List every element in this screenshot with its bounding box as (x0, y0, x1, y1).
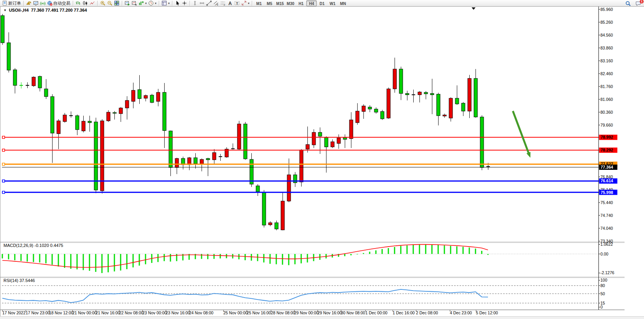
bar-chart-type-button[interactable] (75, 0, 82, 6)
vline-icon (192, 0, 198, 6)
candle (256, 184, 260, 196)
equidistant-channel-tool-button[interactable]: E (212, 0, 219, 6)
price-tick-label: 85.960 (600, 7, 613, 12)
chevron-down-icon[interactable]: ▼ (4, 9, 7, 12)
candle (57, 119, 60, 149)
candlestick-type-button[interactable] (82, 0, 89, 6)
bars-icon (75, 0, 81, 6)
toolbar-separator (23, 1, 24, 6)
chart-shift-button[interactable] (131, 0, 138, 6)
labelT-icon: T (234, 0, 240, 6)
chat-button[interactable]: 1 (635, 0, 642, 7)
market-watch-button[interactable] (25, 0, 32, 6)
panel-separators[interactable] (0, 242, 625, 310)
rsi-axis-label: 100 (600, 278, 607, 282)
dropdown-caret-icon: ▾ (155, 2, 156, 5)
text-tool-button[interactable]: A (226, 0, 233, 6)
macd-axis-label: -2.1276 (600, 270, 614, 275)
candle (349, 112, 353, 148)
price-badge: 76.614 (599, 178, 618, 184)
tile-windows-button[interactable] (113, 0, 120, 6)
macd-axis-label: 1.0622 (600, 242, 613, 247)
chart-shift-marker[interactable] (472, 7, 476, 10)
timeframe-button-m15[interactable]: M15 (275, 0, 285, 6)
symbol-period-label: USOil-,H4 (9, 8, 29, 12)
toolbar-separator (159, 1, 159, 6)
candle (212, 149, 216, 165)
time-tick-label: 21 Nov 00:00 (72, 310, 97, 315)
crosshair-tool-button[interactable] (181, 0, 188, 6)
timeframe-button-h1[interactable]: H1 (296, 0, 306, 6)
candle (449, 97, 453, 122)
timeframe-button-m5[interactable]: M5 (264, 0, 275, 6)
candle (231, 143, 235, 150)
signals-button[interactable] (39, 0, 46, 6)
candle (94, 118, 98, 193)
timeframe-button-m1[interactable]: M1 (254, 0, 264, 6)
line-handle[interactable] (2, 163, 5, 166)
rsi-line (2, 289, 488, 303)
new-order-button[interactable]: 新订单 (1, 0, 22, 6)
hline-icon (199, 0, 205, 6)
chart-window: ▼ USOil-,H4 77.360 77.491 77.200 77.364 … (0, 7, 644, 316)
price-tick-label: 79.660 (600, 123, 613, 127)
svg-text:T: T (236, 2, 239, 5)
timeframe-button-h4[interactable]: H4 (306, 0, 317, 6)
time-tick-label: 1 Dec 00:00 (365, 310, 388, 315)
line-handle[interactable] (2, 149, 5, 152)
templates-button[interactable]: ▾ (161, 0, 170, 6)
candle (1, 14, 4, 45)
add-indicator-button[interactable]: ▾ (138, 0, 147, 6)
price-tick-label: 81.760 (600, 84, 613, 89)
horizontal-line-78992[interactable] (2, 136, 598, 139)
candle (69, 111, 73, 118)
price-tick-label: 81.060 (600, 97, 613, 102)
ohlc-values: 77.360 77.491 77.200 77.364 (31, 8, 87, 12)
line-handle[interactable] (2, 180, 5, 182)
timeframe-button-w1[interactable]: W1 (327, 0, 338, 6)
price-tick-label: 75.440 (600, 200, 613, 205)
horizontal-line-tool-button[interactable] (198, 0, 205, 6)
vertical-line-tool-button[interactable] (191, 0, 198, 6)
time-axis[interactable]: 17 Nov 202217 Nov 23:0018 Nov 12:0021 No… (2, 310, 498, 315)
annotation-arrow[interactable] (513, 111, 530, 158)
chart-autoscroll-button[interactable] (124, 0, 131, 6)
candle (312, 129, 316, 148)
candle (399, 67, 403, 100)
dropdown-caret-icon: ▾ (168, 2, 170, 5)
candle (237, 121, 241, 150)
timeframe-button-mn[interactable]: MN (338, 0, 348, 6)
arrows-tool-button[interactable]: ▾ (240, 0, 250, 6)
clock-icon (148, 0, 154, 6)
line-chart-type-button[interactable] (89, 0, 96, 6)
cursor-tool-button[interactable] (174, 0, 181, 6)
toolbar-right: 1 (625, 0, 642, 7)
price-axis[interactable]: 85.96085.26084.56083.86083.16082.46081.7… (598, 7, 618, 310)
candle (144, 95, 147, 101)
fibonacci-tool-button[interactable]: F (219, 0, 226, 6)
candle (480, 115, 484, 170)
periods-button[interactable]: ▾ (147, 0, 157, 6)
button-label: 新订单 (8, 0, 21, 6)
search-button[interactable] (625, 0, 632, 7)
candle (437, 93, 440, 125)
zoom-in-button[interactable] (99, 0, 106, 6)
chart-window-button[interactable] (32, 0, 39, 6)
trendline-tool-button[interactable] (205, 0, 212, 6)
timeframe-button-m30[interactable]: M30 (285, 0, 296, 6)
price-tick-label: 83.860 (600, 46, 613, 50)
chart-symbol-header: ▼ USOil-,H4 77.360 77.491 77.200 77.364 (4, 8, 87, 12)
label-tool-button[interactable]: T (233, 0, 240, 6)
price-tick-label: 85.260 (600, 20, 613, 25)
candle (19, 82, 23, 88)
addchart-icon (139, 0, 144, 6)
svg-text:75.998: 75.998 (601, 190, 613, 195)
autotrading-button[interactable]: 自动交易 (46, 0, 71, 6)
timeframe-button-d1[interactable]: D1 (317, 0, 327, 6)
horizontal-line-75998[interactable] (2, 191, 598, 194)
line-handle[interactable] (2, 191, 5, 194)
candle (362, 104, 365, 119)
line-handle[interactable] (2, 136, 5, 139)
zoom-out-button[interactable] (106, 0, 113, 6)
svg-text:76.614: 76.614 (601, 178, 613, 183)
